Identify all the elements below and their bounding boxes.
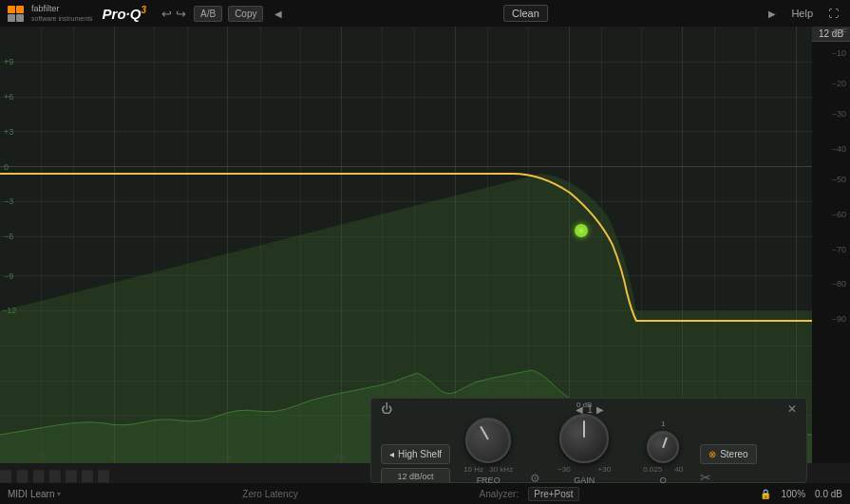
scale-label-50: −50 xyxy=(832,175,846,184)
db-readout: 0.0 dB xyxy=(815,489,842,499)
zoom-value: 100% xyxy=(781,489,805,499)
stereo-label: Stereo xyxy=(720,449,747,459)
logo-grid xyxy=(8,6,24,22)
filter-type-button[interactable]: ◂ High Shelf xyxy=(381,444,450,464)
scale-label-90: −90 xyxy=(832,314,846,324)
zero-latency-label: Zero Latency xyxy=(242,489,297,499)
logo-area: fabfiltersoftware instruments Pro·Q3 xyxy=(8,4,146,23)
freq-min-label: 10 Hz xyxy=(463,465,483,474)
ab-button[interactable]: A/B xyxy=(194,6,222,22)
freq-100hz: 100 xyxy=(221,453,234,461)
scale-label-10: −10 xyxy=(832,48,846,58)
lock-icon[interactable]: 🔒 xyxy=(760,489,771,499)
gain-max-label: +30 xyxy=(598,465,612,474)
band-controls-row: ◂ High Shelf 12 dB/oct 10 Hz 30 kHz FREQ… xyxy=(381,414,797,485)
scale-label-60: −60 xyxy=(832,210,846,219)
q-knob-group: 1 0.025 40 Q xyxy=(643,431,683,485)
freq-200hz: 200 xyxy=(334,453,347,461)
filter-type-group: ◂ High Shelf 12 dB/oct xyxy=(381,444,450,485)
top-bar: fabfiltersoftware instruments Pro·Q3 ↩ ↪… xyxy=(0,0,850,27)
filter-arrow-icon: ◂ xyxy=(389,449,394,459)
q-top-label: 1 xyxy=(661,420,665,428)
undo-button[interactable]: ↩ xyxy=(161,7,172,21)
svg-rect-4 xyxy=(32,470,45,483)
q-max-label: 40 xyxy=(674,465,683,474)
svg-rect-3 xyxy=(16,470,28,483)
help-button[interactable]: Help xyxy=(787,6,817,21)
analyzer-value[interactable]: Pre+Post xyxy=(528,487,578,501)
q-min-label: 0.025 xyxy=(643,465,662,474)
gain-knob-group: 0 dB −30 +30 GAIN xyxy=(557,414,611,485)
status-bar: MIDI Learn ▾ Zero Latency Analyzer: Pre+… xyxy=(0,483,850,504)
undo-redo-group: ↩ ↪ xyxy=(161,7,186,21)
logo-proq: Pro·Q3 xyxy=(103,5,146,22)
scale-label-30: −30 xyxy=(832,109,846,119)
scale-label-80: −80 xyxy=(832,279,846,289)
redo-button[interactable]: ↪ xyxy=(176,7,186,21)
freq-50hz: 50 xyxy=(109,453,118,461)
svg-rect-7 xyxy=(82,470,94,483)
band-close-button[interactable]: ✕ xyxy=(787,402,797,416)
svg-rect-6 xyxy=(65,470,77,483)
ab-copy-group: A/B Copy xyxy=(194,6,263,22)
midi-learn-button[interactable]: MIDI Learn ▾ xyxy=(8,489,61,499)
output-mode-button[interactable]: Clean xyxy=(503,5,548,22)
midi-learn-label: MIDI Learn xyxy=(8,489,54,499)
stereo-scissors-group: ⊗ Stereo ✂ xyxy=(700,444,756,485)
link-icon: ⊗ xyxy=(708,449,716,459)
right-scale: 12 dB −10 −20 −30 −40 −50 −60 −70 −80 −9… xyxy=(812,27,850,463)
slope-button[interactable]: 12 dB/oct xyxy=(381,468,450,485)
svg-rect-5 xyxy=(48,470,61,483)
scale-label-40: −40 xyxy=(832,144,846,154)
svg-rect-2 xyxy=(0,470,12,483)
midi-dropdown-icon: ▾ xyxy=(57,490,61,498)
q-knob[interactable] xyxy=(647,431,679,463)
filter-type-label: High Shelf xyxy=(398,449,442,459)
gain-min-label: −30 xyxy=(557,465,571,474)
gain-zero-label: 0 dB xyxy=(576,401,592,409)
expand-button[interactable]: ⛶ xyxy=(824,6,842,21)
freq-knob[interactable] xyxy=(465,418,511,463)
logo-fabfilter: fabfiltersoftware instruments xyxy=(31,4,93,23)
scale-label-70: −70 xyxy=(832,245,846,254)
eq-band-1-point[interactable] xyxy=(575,224,588,237)
next-preset-button[interactable]: ▶ xyxy=(765,9,780,19)
gain-knob[interactable] xyxy=(559,414,609,463)
scale-label-20: −20 xyxy=(832,79,846,88)
band-panel: ⏻ ◀ 1 ▶ ✕ ◂ High Shelf 12 dB/oct 10 Hz xyxy=(370,398,807,483)
stereo-button[interactable]: ⊗ Stereo xyxy=(700,444,756,464)
band-power-button[interactable]: ⏻ xyxy=(381,402,392,416)
freq-20hz: 20 xyxy=(36,453,45,461)
analyzer-label: Analyzer: xyxy=(480,489,519,499)
freq-knob-group: 10 Hz 30 kHz FREQ xyxy=(463,418,513,485)
freq-max-label: 30 kHz xyxy=(489,465,513,474)
copy-button[interactable]: Copy xyxy=(228,6,263,22)
inf-label: -INF xyxy=(812,27,850,36)
prev-preset-button[interactable]: ◀ xyxy=(271,9,286,19)
svg-rect-8 xyxy=(98,470,110,483)
